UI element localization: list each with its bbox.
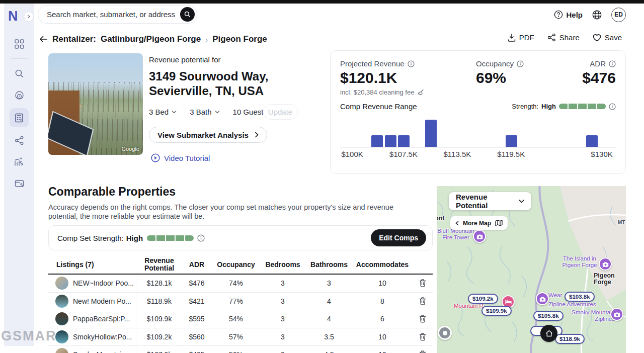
share-button[interactable]: Share xyxy=(547,33,580,42)
sidebar-item-markets[interactable] xyxy=(10,86,29,104)
listing-bedrooms: 3 xyxy=(260,350,306,353)
trash-icon xyxy=(419,333,426,341)
histogram-bar-5 xyxy=(586,135,598,147)
map-layer-selector[interactable]: Revenue Potential xyxy=(449,192,531,210)
chevron-down-icon xyxy=(172,110,177,114)
share-label: Share xyxy=(559,33,580,42)
search-input[interactable] xyxy=(47,10,180,19)
language-button[interactable] xyxy=(592,10,602,20)
listing-adr: $560 xyxy=(181,333,212,341)
bath-selector[interactable]: 3 Bath xyxy=(190,108,219,116)
map-poi-camera[interactable] xyxy=(536,292,549,305)
histogram-bar-1 xyxy=(385,135,396,147)
listing-occupancy: 74% xyxy=(212,279,260,287)
info-icon[interactable] xyxy=(609,60,616,67)
listing-name[interactable]: New! Modern Po... xyxy=(73,297,131,305)
sidebar-item-rentalizer[interactable] xyxy=(10,108,29,127)
grid-icon xyxy=(15,39,24,49)
more-map-button[interactable]: More Map xyxy=(450,216,508,230)
table-row[interactable]: PappaBearSpl:P...$109.9k$59554%346 xyxy=(48,310,433,328)
col-accommodates[interactable]: Accommodates xyxy=(352,261,413,269)
listing-adr: $476 xyxy=(181,279,212,287)
listing-name[interactable]: SmokyHollow:Po... xyxy=(73,333,132,341)
sidebar-item-search[interactable] xyxy=(10,65,29,82)
airdna-logo[interactable]: N xyxy=(8,9,23,24)
delete-comp-button[interactable] xyxy=(413,350,433,353)
col-adr[interactable]: ADR xyxy=(181,261,212,269)
sidebar-item-dashboard[interactable] xyxy=(10,35,29,52)
comparables-heading: Comparable Properties xyxy=(48,185,176,199)
save-button[interactable]: Save xyxy=(593,33,622,42)
map-poi-locate[interactable] xyxy=(438,326,452,340)
info-icon[interactable] xyxy=(517,60,524,67)
price-marker[interactable]: $103.8k xyxy=(565,292,595,302)
histogram-bar-4 xyxy=(506,135,517,147)
video-tutorial-link[interactable]: Video Tutorial xyxy=(151,153,210,162)
back-button[interactable] xyxy=(39,36,48,43)
delete-comp-button[interactable] xyxy=(413,315,433,323)
table-row[interactable]: Smoky Mountain...$107.9k$49556%34.510 xyxy=(48,346,433,353)
heart-icon xyxy=(593,34,601,42)
map-place-label: ont xyxy=(437,215,444,222)
delete-comp-button[interactable] xyxy=(413,333,433,341)
info-icon[interactable] xyxy=(408,60,415,67)
listing-thumbnail xyxy=(55,348,68,353)
listing-accommodates: 10 xyxy=(352,333,413,341)
listing-adr: $595 xyxy=(181,315,212,323)
subject-property-marker[interactable] xyxy=(540,325,557,342)
map-place-label: Wear xyxy=(548,292,562,299)
price-marker[interactable]: $118.9k xyxy=(555,334,585,344)
listing-bedrooms: 3 xyxy=(260,315,306,323)
map-poi-camera[interactable] xyxy=(610,308,623,321)
markets-globe-icon xyxy=(15,91,24,100)
video-tutorial-label: Video Tutorial xyxy=(164,154,210,162)
listing-name[interactable]: Smoky Mountain... xyxy=(73,350,131,353)
sidebar-item-expenses[interactable] xyxy=(10,175,29,192)
wallet-dollar-icon xyxy=(15,179,24,188)
listing-name[interactable]: NEW~Indoor Poo... xyxy=(73,279,134,287)
col-occupancy[interactable]: Occupancy xyxy=(212,261,260,269)
sidebar-expand-button[interactable] xyxy=(24,12,34,22)
listing-bedrooms: 3 xyxy=(260,279,306,287)
price-marker[interactable]: $105.8k xyxy=(533,311,564,321)
search-submit-button[interactable] xyxy=(180,7,195,22)
table-row[interactable]: New! Modern Po...$118.9k$42177%348 xyxy=(48,293,433,311)
delete-comp-button[interactable] xyxy=(413,279,433,287)
comps-map[interactable]: ontBluff Mountain Fire TowerMTThe Island… xyxy=(437,186,626,353)
user-avatar[interactable]: ED xyxy=(611,8,626,22)
camera-icon xyxy=(539,296,546,302)
price-marker[interactable]: $109.9k xyxy=(481,306,512,316)
bed-selector[interactable]: 3 Bed xyxy=(149,108,177,116)
listing-revenue: $109.2k xyxy=(137,328,181,346)
strength-meter xyxy=(147,235,194,241)
question-circle-icon xyxy=(554,10,563,19)
map-poi-camera[interactable] xyxy=(473,230,486,243)
adr-value: $476 xyxy=(582,69,616,86)
trash-icon xyxy=(419,315,426,323)
update-button[interactable]: Update xyxy=(263,104,298,120)
help-button[interactable]: Help xyxy=(554,10,583,19)
page-title: Rentalizer: xyxy=(52,34,96,44)
view-submarket-analysis-button[interactable]: View Submarket Analysis xyxy=(149,127,267,143)
price-marker[interactable]: $109.2k xyxy=(468,294,498,304)
breadcrumb-submarket: Pigeon Forge xyxy=(212,34,267,44)
table-row[interactable]: SmokyHollow:Po...$109.2k$56057%33.510 xyxy=(48,328,433,346)
listing-occupancy: 56% xyxy=(212,350,260,353)
sidebar-item-investor[interactable] xyxy=(10,153,29,170)
pdf-button[interactable]: PDF xyxy=(508,33,534,42)
col-bedrooms[interactable]: Bedrooms xyxy=(260,261,306,269)
col-listings[interactable]: Listings (7) xyxy=(48,261,137,269)
table-row[interactable]: NEW~Indoor Poo...$128.1k$47674%3310 xyxy=(48,275,433,293)
more-map-label: More Map xyxy=(463,220,491,227)
col-revenue-potential[interactable]: Revenue Potential xyxy=(141,255,177,274)
info-icon[interactable] xyxy=(197,234,205,242)
breadcrumb-market[interactable]: Gatlinburg/Pigeon Forge xyxy=(101,34,201,44)
delete-comp-button[interactable] xyxy=(413,297,433,305)
watermark: GSMAR xyxy=(1,328,57,344)
listing-revenue: $118.9k xyxy=(137,293,181,310)
col-bathrooms[interactable]: Bathrooms xyxy=(306,261,352,269)
listing-name[interactable]: PappaBearSpl:P... xyxy=(73,315,130,323)
map-poi-camera[interactable] xyxy=(599,257,612,271)
edit-comps-button[interactable]: Edit Comps xyxy=(371,229,426,246)
sidebar-item-str-insights[interactable] xyxy=(10,132,29,149)
